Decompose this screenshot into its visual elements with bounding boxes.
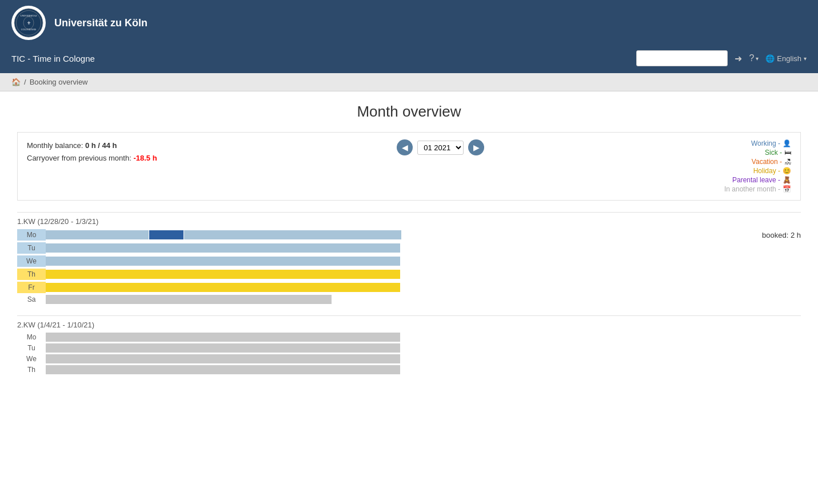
day-bar-w2-th (46, 365, 801, 374)
next-month-button[interactable]: ▶ (468, 139, 484, 155)
week2-day-tu: Tu (17, 343, 801, 353)
legend-vacation-label: Vacation - (752, 158, 782, 166)
monthly-balance-value: 0 h / 44 h (85, 141, 117, 150)
seg-w2-th (46, 365, 400, 374)
week1-day-we: We (17, 255, 801, 267)
week1-day-fr: Fr (17, 282, 801, 293)
svg-text:⚜: ⚜ (27, 21, 31, 26)
breadcrumb: 🏠 / Booking overview (0, 73, 818, 91)
week1-booked: booked: 2 h (762, 231, 801, 239)
login-icon: ➜ (735, 53, 742, 64)
breadcrumb-separator: / (24, 78, 26, 86)
university-name: Universität zu Köln (54, 17, 147, 29)
week-1: 1.KW (12/28/20 - 1/3/21) Mo booked: 2 h … (17, 212, 801, 304)
seg-we (46, 257, 400, 266)
holiday-icon: 😊 (783, 167, 791, 175)
vacation-icon: 🏖 (784, 158, 791, 166)
day-label-we: We (17, 255, 46, 267)
legend-parental-label: Parental leave - (732, 176, 780, 184)
legend-holiday-label: Holiday - (753, 167, 780, 175)
day-label-mo: Mo (17, 229, 46, 241)
week2-day-th: Th (17, 365, 801, 374)
carryover-value: -18.5 h (133, 154, 157, 162)
seg-dark (149, 230, 183, 239)
svg-text:COLONIENSIS: COLONIENSIS (21, 28, 36, 31)
day-bar-tu (46, 243, 801, 253)
prev-month-button[interactable]: ◀ (397, 139, 413, 155)
working-icon: 👤 (783, 139, 791, 147)
monthly-balance-label: Monthly balance: (27, 141, 83, 150)
week1-day-mo: Mo booked: 2 h (17, 229, 801, 241)
month-select[interactable]: 01 2021 02 2021 12 2020 (417, 141, 464, 155)
legend-sick-label: Sick - (765, 149, 782, 157)
week-1-header: 1.KW (12/28/20 - 1/3/21) (17, 212, 801, 226)
week2-day-label-tu: Tu (17, 344, 46, 352)
balance-info: Monthly balance: 0 h / 44 h Carryover fr… (27, 139, 157, 165)
header-bottom: TIC - Time in Cologne ➜ ? ▾ 🌐 English ▾ (0, 46, 818, 73)
help-chevron: ▾ (756, 55, 759, 62)
main-content: Month overview Monthly balance: 0 h / 44… (0, 91, 818, 504)
day-label-tu: Tu (17, 242, 46, 254)
day-bar-fr (46, 283, 801, 292)
legend-holiday: Holiday - 😊 (753, 167, 791, 175)
day-bar-th (46, 270, 801, 279)
day-label-sa: Sa (17, 295, 46, 303)
seg-w2-mo (46, 333, 400, 342)
other-icon: 📅 (783, 185, 791, 193)
week2-day-label-mo: Mo (17, 333, 46, 341)
seg-w2-we (46, 354, 400, 363)
university-logo: UNIVERSITAS COLONIENSIS ⚜ (11, 6, 46, 40)
carryover-label: Carryover from previous month: (27, 154, 131, 162)
language-label: English (777, 54, 801, 63)
day-bar-mo (46, 230, 753, 239)
breadcrumb-home[interactable]: 🏠 (11, 78, 21, 86)
legend-sick: Sick - 🛏 (765, 149, 791, 157)
help-icon: ? (749, 53, 754, 63)
day-label-fr: Fr (17, 282, 46, 293)
week-2-header: 2.KW (1/4/21 - 1/10/21) (17, 315, 801, 329)
overview-controls: Monthly balance: 0 h / 44 h Carryover fr… (17, 132, 801, 201)
day-bar-w2-tu (46, 343, 801, 353)
month-navigation: ◀ 01 2021 02 2021 12 2020 ▶ (397, 139, 484, 155)
week2-day-we: We (17, 354, 801, 363)
parental-icon: 🧸 (783, 176, 791, 184)
week1-day-th: Th (17, 269, 801, 280)
header-controls: ➜ ? ▾ 🌐 English ▾ (636, 50, 807, 66)
home-icon: 🏠 (11, 78, 21, 86)
help-button[interactable]: ? ▾ (749, 53, 759, 63)
search-input[interactable] (636, 50, 728, 66)
week2-day-label-we: We (17, 355, 46, 363)
globe-icon: 🌐 (765, 54, 775, 63)
breadcrumb-current: Booking overview (30, 78, 88, 86)
day-label-th: Th (17, 269, 46, 280)
day-bar-w2-we (46, 354, 801, 363)
legend-other: In another month - 📅 (724, 185, 791, 193)
svg-text:UNIVERSITAS: UNIVERSITAS (20, 14, 37, 17)
header-top: UNIVERSITAS COLONIENSIS ⚜ Universität zu… (0, 0, 818, 46)
seg-th (46, 270, 400, 279)
day-bar-sa (46, 295, 801, 304)
sick-icon: 🛏 (784, 149, 791, 157)
monthly-balance-row: Monthly balance: 0 h / 44 h (27, 139, 157, 152)
seg-lb1 (46, 230, 149, 239)
app-title: TIC - Time in Cologne (11, 54, 95, 63)
carryover-row: Carryover from previous month: -18.5 h (27, 152, 157, 165)
language-button[interactable]: 🌐 English ▾ (765, 54, 807, 63)
seg-sa (46, 295, 332, 304)
legend-working-label: Working - (751, 139, 780, 147)
seg-fr (46, 283, 400, 292)
legend-parental: Parental leave - 🧸 (732, 176, 791, 184)
week2-day-mo: Mo (17, 333, 801, 342)
seg-lb2 (184, 230, 401, 239)
week1-day-sa: Sa (17, 295, 801, 304)
week2-day-label-th: Th (17, 366, 46, 374)
week-2: 2.KW (1/4/21 - 1/10/21) Mo Tu We Th (17, 315, 801, 374)
legend-other-label: In another month - (724, 185, 780, 193)
week1-day-tu: Tu (17, 242, 801, 254)
login-button[interactable]: ➜ (735, 53, 742, 64)
seg-tu (46, 243, 400, 253)
day-bar-we (46, 257, 801, 266)
legend-vacation: Vacation - 🏖 (752, 158, 791, 166)
day-bar-w2-mo (46, 333, 801, 342)
page-title: Month overview (17, 103, 801, 121)
